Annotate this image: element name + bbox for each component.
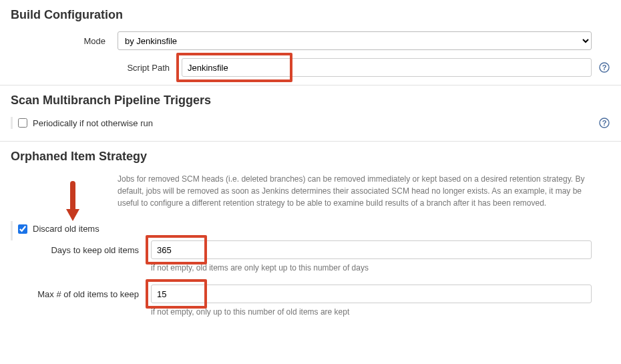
mode-row: Mode by Jenkinsfile [11, 31, 610, 50]
help-icon[interactable]: ? [598, 61, 610, 73]
discard-checkbox[interactable] [18, 224, 27, 234]
mode-label: Mode [11, 36, 118, 46]
scan-triggers-section: Scan Multibranch Pipeline Triggers Perio… [0, 85, 621, 129]
days-row: Days to keep old items [11, 240, 610, 259]
scan-triggers-title: Scan Multibranch Pipeline Triggers [11, 94, 610, 108]
mode-select[interactable]: by Jenkinsfile [118, 31, 592, 50]
build-configuration-title: Build Configuration [11, 8, 610, 22]
orphan-description: Jobs for removed SCM heads (i.e. deleted… [11, 173, 610, 209]
max-hint: if not empty, only up to this number of … [151, 307, 610, 317]
discard-sub-form: Days to keep old items if not empty, old… [11, 240, 610, 317]
script-path-input[interactable] [182, 58, 592, 77]
max-row: Max # of old items to keep [11, 285, 610, 303]
discard-label: Discard old items [33, 224, 99, 234]
days-label: Days to keep old items [11, 245, 151, 255]
periodic-label: Periodically if not otherwise run [33, 118, 153, 128]
script-path-row: Script Path ? [11, 58, 610, 77]
script-path-label: Script Path [11, 63, 182, 73]
days-hint: if not empty, old items are only kept up… [151, 263, 610, 272]
periodic-checkbox[interactable] [18, 118, 27, 128]
discard-row: Discard old items [11, 221, 610, 240]
periodic-row: Periodically if not otherwise run ? [11, 117, 610, 129]
build-configuration-section: Build Configuration Mode by Jenkinsfile … [0, 0, 621, 77]
svg-text:?: ? [602, 63, 607, 71]
orphaned-item-title: Orphaned Item Strategy [11, 150, 610, 164]
svg-text:?: ? [602, 119, 607, 127]
days-input[interactable] [151, 240, 592, 259]
help-icon[interactable]: ? [598, 117, 610, 129]
max-label: Max # of old items to keep [11, 289, 151, 299]
orphaned-item-section: Orphaned Item Strategy Jobs for removed … [0, 142, 621, 317]
max-input[interactable] [151, 285, 592, 303]
